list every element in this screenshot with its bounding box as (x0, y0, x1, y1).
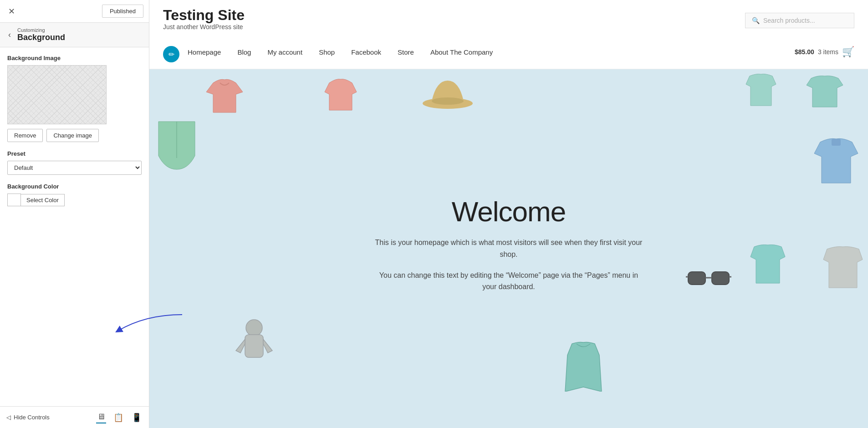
preset-section: Preset Default (7, 150, 142, 175)
hero-title: Welcome (372, 195, 645, 228)
change-image-button[interactable]: Change image (46, 129, 99, 142)
clothing-item-1 (204, 76, 245, 122)
section-main-title: Background (17, 33, 65, 42)
section-title-block: Customizing Background (17, 27, 65, 42)
bottom-bar: ◁ Hide Controls 🖥 📋 📱 (0, 406, 149, 428)
nav-item-blog[interactable]: Blog (229, 48, 259, 56)
preview-wrapper: Testing Site Just another WordPress site… (149, 0, 868, 428)
hide-controls-label: Hide Controls (14, 414, 50, 421)
cart-icon[interactable]: 🛒 (842, 46, 854, 58)
mobile-icon[interactable]: 📱 (131, 411, 143, 423)
svg-point-9 (246, 320, 262, 336)
nav-bar: ✏ Homepage Blog My account Shop Facebook… (149, 35, 868, 69)
clothing-item-teal-dress (563, 341, 604, 392)
top-bar: ✕ Published (0, 0, 149, 23)
hide-controls-button[interactable]: ◁ Hide Controls (6, 414, 50, 421)
svg-rect-4 (688, 272, 705, 285)
desktop-icon[interactable]: 🖥 (96, 411, 106, 423)
section-header: ‹ Customizing Background (0, 23, 149, 47)
nav-item-facebook[interactable]: Facebook (343, 48, 389, 56)
close-button[interactable]: ✕ (5, 5, 18, 17)
clothing-item-teal-top (745, 71, 777, 110)
svg-rect-5 (712, 272, 729, 285)
select-color-button[interactable]: Select Color (21, 194, 65, 206)
cart-price: $85.00 (795, 48, 814, 56)
remove-button[interactable]: Remove (7, 129, 43, 142)
hide-controls-icon: ◁ (6, 414, 11, 421)
customizing-label: Customizing (17, 27, 65, 33)
back-button[interactable]: ‹ (6, 29, 13, 41)
clothing-item-2 (322, 74, 359, 115)
cart-items: 3 items (818, 48, 838, 56)
svg-point-1 (432, 97, 464, 105)
nav-cart: $85.00 3 items 🛒 (795, 46, 854, 58)
bg-image-preview (7, 65, 107, 124)
clothing-item-mannequin (231, 319, 277, 373)
tablet-icon[interactable]: 📋 (112, 411, 124, 423)
nav-item-myaccount[interactable]: My account (259, 48, 311, 56)
site-tagline: Just another WordPress site (163, 23, 245, 31)
clothing-item-teal-shorts (156, 119, 197, 174)
preset-select[interactable]: Default (7, 161, 142, 175)
nav-item-homepage[interactable]: Homepage (179, 48, 229, 56)
preset-label: Preset (7, 150, 142, 157)
color-swatch[interactable] (7, 194, 21, 206)
hero-content: Welcome This is your homepage which is w… (363, 186, 654, 311)
customizer-panel: ✕ Published ‹ Customizing Background Bac… (0, 0, 149, 428)
nav-item-store[interactable]: Store (389, 48, 422, 56)
search-icon: 🔍 (752, 17, 760, 24)
clothing-item-hat (423, 71, 473, 112)
site-header: Testing Site Just another WordPress site… (149, 0, 868, 35)
hero-section: Welcome This is your homepage which is w… (149, 69, 868, 428)
hero-text-1: This is your homepage which is what most… (372, 237, 645, 260)
bg-color-label: Background Color (7, 183, 142, 190)
search-bar[interactable]: 🔍 Search products... (745, 13, 854, 28)
hero-text-2: You can change this text by editing the … (372, 270, 645, 293)
nav-item-shop[interactable]: Shop (311, 48, 343, 56)
clothing-item-teal-shirt (804, 71, 845, 112)
nav-item-about[interactable]: About The Company (422, 48, 501, 56)
color-picker-row: Select Color (7, 194, 142, 206)
bg-color-section: Background Color Select Color (7, 183, 142, 206)
clothing-item-sunglasses (686, 260, 731, 297)
search-placeholder: Search products... (763, 17, 815, 24)
published-button[interactable]: Published (102, 5, 143, 18)
panel-content: Background Image Remove Change image Pre… (0, 47, 149, 406)
bg-image-label: Background Image (7, 55, 142, 61)
edit-pencil-icon[interactable]: ✏ (163, 46, 179, 62)
site-title: Testing Site (163, 7, 245, 23)
clothing-item-teal2 (750, 242, 786, 288)
image-buttons: Remove Change image (7, 129, 142, 142)
clothing-item-gray-shirt (822, 242, 863, 292)
device-icons: 🖥 📋 📱 (96, 411, 143, 423)
svg-rect-3 (832, 139, 841, 146)
svg-rect-10 (245, 335, 263, 357)
clothing-item-blue-polo (813, 133, 859, 188)
